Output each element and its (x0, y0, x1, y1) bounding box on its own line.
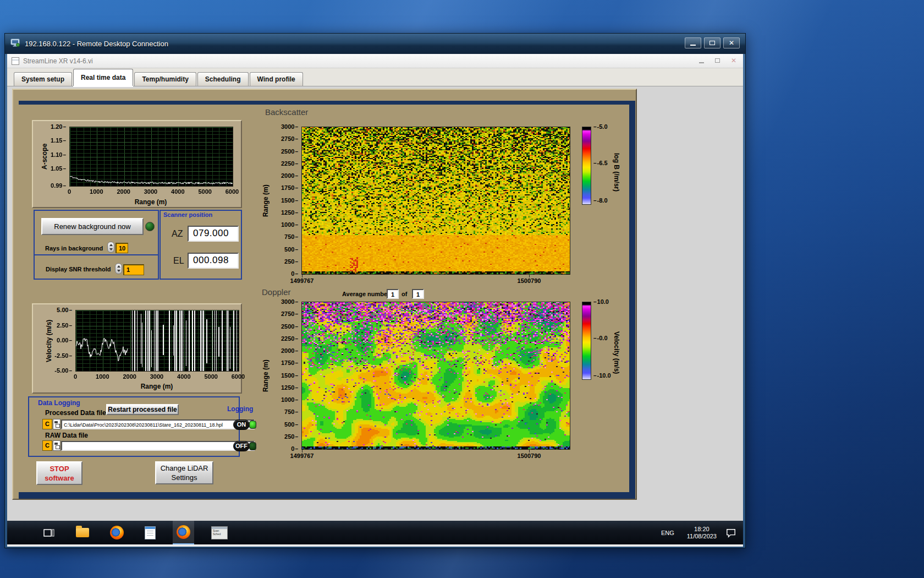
app-window-title: StreamLine XR v14-6.vi (23, 57, 93, 65)
x-tick-label: 6000 (221, 188, 243, 195)
clock[interactable]: 18:20 11/08/2023 (687, 526, 717, 540)
settings-label-2: Settings (172, 473, 197, 482)
y-tick-label: 2000 (270, 172, 298, 179)
tab-temp-humidity[interactable]: Temp/humidity (134, 72, 196, 86)
raw-drive-selector[interactable]: C (42, 440, 52, 451)
velocity-graph: Velocity (m/s) Range (m) 5.002.500.00-2.… (32, 303, 242, 394)
el-value-field[interactable]: 000.098 (188, 253, 239, 269)
processed-drive-selector[interactable]: C (42, 419, 52, 429)
app-close-icon[interactable]: ✕ (731, 57, 736, 64)
tab-system-setup[interactable]: System setup (14, 72, 72, 86)
rdp-titlebar[interactable]: 192.168.0.122 - Remote Desktop Connectio… (5, 34, 745, 54)
y-tick-label: 1000 (270, 221, 298, 228)
language-indicator[interactable]: ENG (657, 527, 678, 538)
average-number-field[interactable]: 1 (387, 289, 399, 299)
backscatter-heatmap (301, 127, 570, 275)
snr-spinner[interactable] (115, 263, 122, 274)
y-tick-label: 1.20 (33, 123, 66, 130)
rdp-window-title: 192.168.0.122 - Remote Desktop Connectio… (25, 40, 168, 48)
y-tick-label: 2250 (270, 160, 298, 167)
y-tick-label: 1.10 (33, 151, 66, 159)
session-bottom-strip (7, 544, 743, 547)
x-tick-mark (302, 274, 302, 277)
y-tick-label: 2500 (270, 148, 298, 155)
doppler-title: Doppler (262, 287, 291, 297)
app-minimize-icon[interactable] (699, 62, 704, 63)
firefox-icon (177, 525, 190, 539)
scanner-position-box: Scanner position AZ 079.000 EL 000.098 (160, 210, 242, 280)
rays-spinner[interactable] (107, 242, 114, 253)
doppler-y-axis-label: Range (m) (262, 341, 270, 411)
colorbar-tick: -5.0 (593, 123, 608, 130)
firefox-active-button[interactable] (173, 521, 194, 544)
x-tick-label: 1000 (91, 373, 113, 380)
average-number-label: Average number (342, 291, 389, 297)
restart-button-label: Restart processed file (108, 406, 177, 413)
processed-data-file-label: Processed Data file (45, 409, 106, 417)
tab-wind-profile[interactable]: Wind profile (250, 72, 303, 86)
processed-logging-toggle[interactable]: ON (233, 419, 250, 430)
firefox-button[interactable] (106, 521, 128, 544)
y-tick-label: 250 (270, 433, 298, 440)
y-tick-label: 750 (270, 233, 298, 241)
raw-browse-icon[interactable] (53, 440, 61, 451)
x-tick-label: 5000 (200, 373, 222, 380)
app-titlebar[interactable]: StreamLine XR v14-6.vi ✕ (7, 54, 743, 68)
x-tick-label: 4000 (173, 373, 195, 380)
snr-value-field[interactable]: 1 (123, 264, 144, 275)
background-controls-box: Renew background now Rays in background … (34, 210, 159, 280)
ascope-graph: A-scope Range (m) 1.201.151.101.050.9901… (32, 120, 242, 208)
restart-processed-file-button[interactable]: Restart processed file (106, 404, 179, 415)
y-tick-label: 3000 (270, 298, 298, 306)
change-lidar-settings-button[interactable]: Change LiDAR Settings (155, 461, 213, 484)
y-tick-label: 2750 (270, 310, 298, 318)
stop-software-button[interactable]: STOP software (36, 461, 82, 485)
y-tick-label: 3000 (270, 123, 298, 130)
y-tick-label: 2.50 (33, 322, 72, 329)
tab-scheduling[interactable]: Scheduling (197, 72, 249, 86)
doppler-x-start: 1499767 (276, 452, 328, 460)
raw-data-file-label: RAW Data file (45, 432, 88, 439)
remote-desktop-icon (10, 39, 20, 50)
raw-logging-toggle[interactable]: OFF (233, 441, 250, 451)
renew-background-button[interactable]: Renew background now (41, 218, 144, 235)
rays-value-field[interactable]: 10 (116, 243, 128, 253)
y-tick-label: 2500 (270, 323, 298, 330)
logging-label: Logging (227, 405, 253, 413)
notepad-button[interactable] (141, 521, 160, 544)
average-count-field[interactable]: 1 (412, 289, 424, 299)
renew-status-led (145, 222, 155, 231)
y-tick-label: 1500 (270, 197, 298, 204)
close-button[interactable]: ✕ (723, 37, 740, 48)
y-tick-label: -2.50 (33, 352, 72, 359)
app-maximize-icon[interactable] (715, 58, 720, 63)
clock-time: 18:20 (687, 526, 717, 533)
backscatter-x-end: 1500790 (503, 277, 555, 285)
y-tick-label: 0 (270, 445, 298, 452)
y-tick-label: 1.05 (33, 165, 66, 172)
clock-date: 11/08/2023 (687, 533, 717, 540)
az-value-field[interactable]: 079.000 (188, 226, 239, 242)
scanner-position-title: Scanner position (163, 211, 212, 218)
y-tick-label: 2250 (270, 335, 298, 342)
minimize-button[interactable] (685, 37, 701, 48)
data-logging-box: Data Logging Processed Data file Restart… (28, 396, 240, 457)
raw-path-field[interactable] (61, 441, 255, 451)
file-explorer-button[interactable] (72, 521, 93, 544)
backscatter-title: Backscatter (265, 107, 308, 117)
panel-frame-top (19, 101, 635, 105)
scan-scheduler-button[interactable]: Scan Sched (207, 521, 232, 544)
tab-real-time-data[interactable]: Real time data (73, 69, 133, 86)
rays-in-background-label: Rays in background (45, 245, 103, 252)
colorbar-tick: -10.0 (593, 372, 611, 379)
maximize-button[interactable] (704, 37, 721, 48)
az-label: AZ (172, 229, 183, 239)
processed-path-field[interactable]: C:\Lidar\Data\Proc\2023\202308\20230811\… (61, 419, 255, 429)
labview-panel: A-scope Range (m) 1.201.151.101.050.9901… (12, 89, 637, 500)
document-icon (145, 526, 156, 539)
x-tick-label: 3000 (140, 188, 162, 195)
task-view-button[interactable] (39, 521, 59, 544)
processed-browse-icon[interactable] (53, 419, 61, 429)
y-tick-label: 1750 (270, 359, 298, 367)
notification-icon[interactable] (725, 528, 736, 538)
